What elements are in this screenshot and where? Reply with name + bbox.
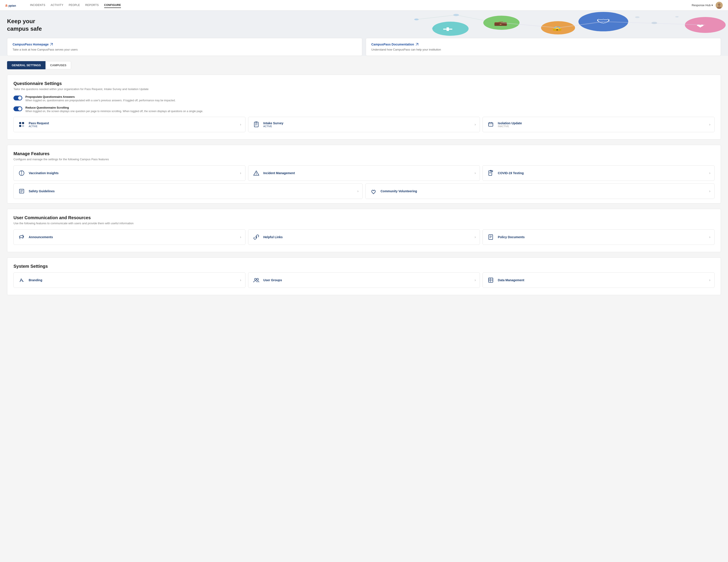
nav-links: INCIDENTS ACTIVITY PEOPLE REPORTS CONFIG…	[30, 3, 692, 8]
manage-features-title: Manage Features	[13, 151, 715, 156]
svg-rect-29	[19, 125, 21, 127]
manage-features-section: Manage Features Configure and manage the…	[7, 145, 721, 204]
data-management-card[interactable]: Data Management ›	[483, 272, 715, 288]
toggle-prepopulate-row: Prepopulate Questionnaire Answers When t…	[13, 95, 715, 102]
toggle-prepopulate[interactable]	[13, 96, 22, 100]
announcements-label: Announcements	[29, 235, 237, 239]
isolation-update-label: Isolation Update	[498, 121, 706, 125]
safety-guidelines-card[interactable]: Safety Guidelines ›	[13, 183, 363, 199]
intake-survey-card[interactable]: Intake Survey ACTIVE ›	[248, 117, 480, 132]
settings-tabs: GENERAL SETTINGS CAMPUSES	[7, 61, 721, 69]
community-volunteering-icon	[370, 187, 377, 195]
hero-title: Keep yourcampus safe	[7, 18, 721, 33]
toggle-prepopulate-desc: When toggled on, questionnaires are prep…	[25, 99, 175, 102]
nav-people[interactable]: PEOPLE	[69, 3, 80, 8]
data-management-arrow-icon: ›	[709, 278, 710, 282]
hero-section: Keep yourcampus safe 🛡 ✚ 💼 🔒 ♥	[0, 11, 728, 56]
helpful-links-arrow-icon: ›	[475, 235, 476, 239]
user-avatar[interactable]	[716, 2, 723, 9]
user-groups-card[interactable]: User Groups ›	[248, 272, 480, 288]
nav-activity[interactable]: ACTIVITY	[51, 3, 63, 8]
svg-point-26	[675, 16, 679, 17]
svg-text:a: a	[5, 3, 8, 7]
covid-testing-card[interactable]: COVID-19 Testing ›	[483, 165, 715, 181]
system-settings-section: System Settings Branding › User Groups ›	[7, 257, 721, 295]
safety-guidelines-label: Safety Guidelines	[29, 189, 354, 193]
svg-rect-27	[19, 122, 21, 124]
campuspass-homepage-title: CampusPass Homepage	[13, 43, 357, 46]
community-volunteering-label: Community Volunteering	[381, 189, 706, 193]
campuspass-homepage-card[interactable]: CampusPass Homepage Take a look at how C…	[7, 38, 362, 56]
isolation-update-card[interactable]: Isolation Update INACTIVE ›	[483, 117, 715, 132]
nav-incidents[interactable]: INCIDENTS	[30, 3, 45, 8]
svg-rect-35	[255, 122, 257, 123]
tab-general-settings[interactable]: GENERAL SETTINGS	[7, 61, 45, 69]
branding-arrow-icon: ›	[240, 278, 241, 282]
intake-survey-status: ACTIVE	[263, 125, 472, 128]
svg-point-64	[257, 278, 258, 280]
system-settings-title: System Settings	[13, 264, 715, 269]
isolation-update-info: Isolation Update INACTIVE	[498, 121, 706, 128]
campuspass-documentation-title: CampusPass Documentation	[371, 43, 715, 46]
branding-card[interactable]: Branding ›	[13, 272, 245, 288]
nav-reports[interactable]: REPORTS	[85, 3, 99, 8]
vaccination-insights-card[interactable]: Vaccination Insights ›	[13, 165, 245, 181]
helpful-links-card[interactable]: Helpful Links ›	[248, 229, 480, 245]
toggle-prepopulate-label: Prepopulate Questionnaire Answers	[25, 95, 175, 98]
policy-documents-label: Policy Documents	[498, 235, 706, 239]
incident-management-arrow-icon: ›	[475, 171, 476, 175]
isolation-update-status: INACTIVE	[498, 125, 706, 128]
svg-point-61	[23, 281, 23, 282]
manage-features-desc: Configure and manage the settings for th…	[13, 158, 715, 161]
announcements-arrow-icon: ›	[240, 235, 241, 239]
covid-testing-arrow-icon: ›	[709, 171, 710, 175]
manage-features-row2: Safety Guidelines › Community Volunteeri…	[13, 183, 715, 199]
branding-label: Branding	[29, 278, 237, 282]
vaccination-insights-arrow-icon: ›	[240, 171, 241, 175]
svg-rect-65	[488, 278, 493, 282]
hero-cards: CampusPass Homepage Take a look at how C…	[7, 38, 721, 56]
vaccination-insights-icon	[18, 169, 26, 177]
svg-point-7	[453, 14, 459, 16]
navigation: a ppian INCIDENTS ACTIVITY PEOPLE REPORT…	[0, 0, 728, 11]
community-volunteering-arrow-icon: ›	[709, 189, 710, 193]
appian-logo[interactable]: a ppian	[5, 2, 23, 8]
intake-survey-label: Intake Survey	[263, 121, 472, 125]
data-management-label: Data Management	[498, 278, 706, 282]
pass-request-card[interactable]: Pass Request ACTIVE ›	[13, 117, 245, 132]
svg-text:ppian: ppian	[8, 4, 16, 7]
svg-point-43	[256, 174, 256, 175]
user-communication-section: User Communication and Resources Use the…	[7, 209, 721, 252]
pass-request-info: Pass Request ACTIVE	[29, 121, 237, 128]
toggle-prepopulate-text: Prepopulate Questionnaire Answers When t…	[25, 95, 175, 102]
toggle-scrolling-row: Reduce Questionnaire Scrolling When togg…	[13, 106, 715, 113]
incident-management-card[interactable]: Incident Management ›	[248, 165, 480, 181]
intake-survey-info: Intake Survey ACTIVE	[263, 121, 472, 128]
incident-management-icon	[252, 169, 260, 177]
questionnaire-settings-desc: Tailor the questions needed within your …	[13, 87, 715, 91]
announcements-icon	[18, 233, 26, 241]
safety-guidelines-arrow-icon: ›	[357, 189, 358, 193]
questionnaire-settings-section: Questionnaire Settings Tailor the questi…	[7, 75, 721, 140]
svg-rect-30	[22, 125, 24, 127]
questionnaire-settings-title: Questionnaire Settings	[13, 81, 715, 86]
response-hub-button[interactable]: Response Hub ▾	[692, 4, 713, 7]
pass-request-label: Pass Request	[29, 121, 237, 125]
community-volunteering-card[interactable]: Community Volunteering ›	[365, 183, 715, 199]
questionnaire-cards: Pass Request ACTIVE › Intake Survey ACTI…	[13, 117, 715, 132]
main-content: GENERAL SETTINGS CAMPUSES Questionnaire …	[0, 56, 728, 306]
user-communication-cards: Announcements › Helpful Links › Policy D…	[13, 229, 715, 245]
toggle-scrolling-label: Reduce Questionnaire Scrolling	[25, 106, 203, 109]
safety-guidelines-icon	[18, 187, 26, 195]
campuspass-documentation-card[interactable]: CampusPass Documentation Understand how …	[366, 38, 721, 56]
toggle-scrolling-desc: When toggled on, the screen displays one…	[25, 110, 203, 113]
announcements-card[interactable]: Announcements ›	[13, 229, 245, 245]
user-communication-title: User Communication and Resources	[13, 215, 715, 220]
tab-campuses[interactable]: CAMPUSES	[45, 61, 71, 69]
toggle-scrolling[interactable]	[13, 106, 22, 111]
campuspass-documentation-desc: Understand how CampusPass can help your …	[371, 48, 715, 51]
helpful-links-icon	[252, 233, 260, 241]
svg-point-3	[718, 3, 720, 6]
policy-documents-card[interactable]: Policy Documents ›	[483, 229, 715, 245]
nav-configure[interactable]: CONFIGURE	[104, 3, 121, 8]
